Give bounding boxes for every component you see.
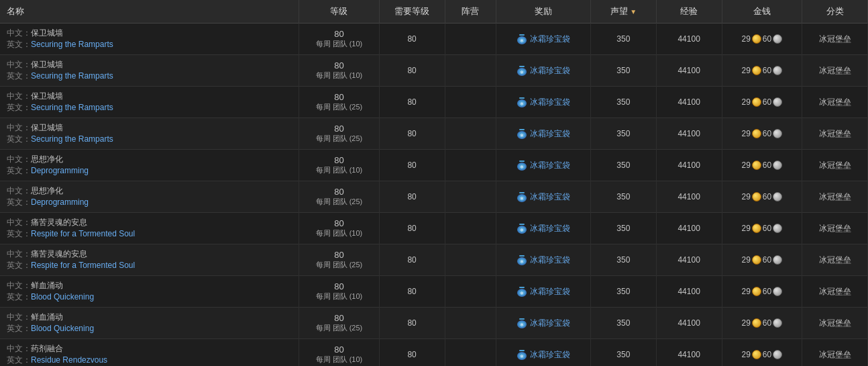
silver-coin-icon	[773, 129, 782, 138]
level-sub: 每周 团队 (10)	[303, 39, 375, 49]
reward-cell: ❄ 冰霜珍宝袋	[496, 213, 590, 244]
quest-name-en[interactable]: 英文：Blood Quickening	[7, 323, 294, 334]
gold-coin-icon	[752, 66, 761, 75]
svg-rect-4	[519, 66, 525, 67]
reward-item[interactable]: ❄ 冰霜珍宝袋	[500, 64, 586, 77]
reputation-cell: 350	[590, 87, 656, 118]
svg-rect-16	[519, 161, 525, 162]
category-text: 冰冠堡垒	[819, 255, 851, 265]
reward-bag-icon: ❄	[516, 128, 528, 140]
level-main: 80	[303, 218, 375, 228]
category-cell: 冰冠堡垒	[802, 118, 868, 150]
reputation-cell: 350	[590, 55, 656, 87]
gold-coin-icon	[752, 97, 761, 107]
header-req-level[interactable]: 需要等级	[379, 0, 445, 24]
reward-item[interactable]: ❄ 冰霜珍宝袋	[500, 33, 586, 45]
header-experience[interactable]: 经验	[656, 0, 722, 24]
level-sub: 每周 团队 (10)	[303, 228, 375, 238]
reward-cell: ❄ 冰霜珍宝袋	[496, 118, 590, 150]
req-level-cell: 80	[379, 55, 445, 87]
reward-item[interactable]: ❄ 冰霜珍宝袋	[500, 159, 586, 171]
header-category[interactable]: 分类	[802, 0, 868, 24]
faction-cell	[445, 308, 496, 339]
svg-rect-8	[519, 97, 525, 99]
reward-bag-icon: ❄	[516, 191, 528, 203]
quest-name-en[interactable]: 英文：Respite for a Tormented Soul	[7, 228, 294, 240]
reward-bag-icon: ❄	[516, 159, 528, 171]
reward-cell: ❄ 冰霜珍宝袋	[496, 150, 590, 181]
category-cell: 冰冠堡垒	[802, 276, 868, 308]
quest-name-cell: 中文：保卫城墙 英文：Securing the Ramparts	[0, 87, 299, 118]
reputation-cell: 350	[590, 276, 656, 308]
reputation-cell: 350	[590, 150, 656, 181]
experience-cell: 44100	[656, 339, 722, 367]
category-cell: 冰冠堡垒	[802, 308, 868, 339]
header-gold[interactable]: 金钱	[722, 0, 802, 24]
svg-text:❄: ❄	[520, 196, 524, 201]
reward-item[interactable]: ❄ 冰霜珍宝袋	[500, 254, 586, 266]
req-level-cell: 80	[379, 87, 445, 118]
quest-name-cn: 中文：保卫城墙	[7, 59, 294, 71]
gold-cell: 29 60	[722, 308, 802, 339]
gold-amount: 29 60	[741, 161, 782, 170]
gold-cell: 29 60	[722, 276, 802, 308]
quest-name-cn: 中文：痛苦灵魂的安息	[7, 248, 294, 260]
gold-coin-icon	[752, 255, 761, 265]
quest-name-en[interactable]: 英文：Securing the Ramparts	[7, 134, 294, 145]
quest-name-en[interactable]: 英文：Deprogramming	[7, 197, 294, 208]
reward-item[interactable]: ❄ 冰霜珍宝袋	[500, 191, 586, 203]
experience-cell: 44100	[656, 118, 722, 150]
gold-cell: 29 60	[722, 181, 802, 213]
reward-bag-icon: ❄	[516, 254, 528, 266]
header-name[interactable]: 名称	[0, 0, 299, 24]
quest-name-en[interactable]: 英文：Blood Quickening	[7, 291, 294, 303]
experience-cell: 44100	[656, 276, 722, 308]
silver-coin-icon	[773, 318, 782, 328]
svg-text:❄: ❄	[520, 101, 524, 106]
reward-item[interactable]: ❄ 冰霜珍宝袋	[500, 222, 586, 234]
quest-name-en[interactable]: 英文：Respite for a Tormented Soul	[7, 260, 294, 271]
gold-amount: 29 60	[741, 66, 782, 75]
quest-name-en[interactable]: 英文：Residue Rendezvous	[7, 355, 294, 366]
header-faction[interactable]: 阵营	[445, 0, 496, 24]
reward-item[interactable]: ❄ 冰霜珍宝袋	[500, 317, 586, 329]
level-main: 80	[303, 155, 375, 165]
req-level-cell: 80	[379, 244, 445, 276]
svg-rect-28	[519, 255, 525, 257]
reward-name: 冰霜珍宝袋	[530, 349, 570, 361]
req-level-cell: 80	[379, 308, 445, 339]
faction-cell	[445, 55, 496, 87]
reputation-cell: 350	[590, 339, 656, 367]
header-reputation[interactable]: 声望 ▼	[590, 0, 656, 24]
quest-name-en[interactable]: 英文：Securing the Ramparts	[7, 102, 294, 113]
header-reward[interactable]: 奖励	[496, 0, 590, 24]
quest-name-cn: 中文：保卫城墙	[7, 28, 294, 39]
category-cell: 冰冠堡垒	[802, 213, 868, 244]
svg-text:❄: ❄	[520, 291, 524, 295]
reward-item[interactable]: ❄ 冰霜珍宝袋	[500, 285, 586, 298]
req-level-cell: 80	[379, 181, 445, 213]
reward-item[interactable]: ❄ 冰霜珍宝袋	[500, 349, 586, 361]
reward-item[interactable]: ❄ 冰霜珍宝袋	[500, 96, 586, 108]
header-level[interactable]: 等级	[299, 0, 380, 24]
level-sub: 每周 团队 (25)	[303, 260, 375, 270]
svg-rect-12	[519, 129, 525, 130]
req-level-cell: 80	[379, 150, 445, 181]
faction-cell	[445, 87, 496, 118]
faction-cell	[445, 150, 496, 181]
quest-name-cell: 中文：痛苦灵魂的安息 英文：Respite for a Tormented So…	[0, 244, 299, 276]
quest-name-en[interactable]: 英文：Securing the Ramparts	[7, 71, 294, 82]
experience-cell: 44100	[656, 213, 722, 244]
quest-name-en[interactable]: 英文：Deprogramming	[7, 165, 294, 177]
svg-rect-24	[519, 224, 525, 225]
gold-coin-icon	[752, 318, 761, 328]
gold-cell: 29 60	[722, 150, 802, 181]
reward-bag-icon: ❄	[516, 33, 528, 45]
quest-name-en[interactable]: 英文：Securing the Ramparts	[7, 39, 294, 50]
reward-item[interactable]: ❄ 冰霜珍宝袋	[500, 128, 586, 140]
level-main: 80	[303, 345, 375, 355]
category-text: 冰冠堡垒	[819, 192, 851, 201]
silver-coin-icon	[773, 66, 782, 75]
quest-name-cell: 中文：思想净化 英文：Deprogramming	[0, 150, 299, 181]
svg-rect-32	[519, 287, 525, 288]
